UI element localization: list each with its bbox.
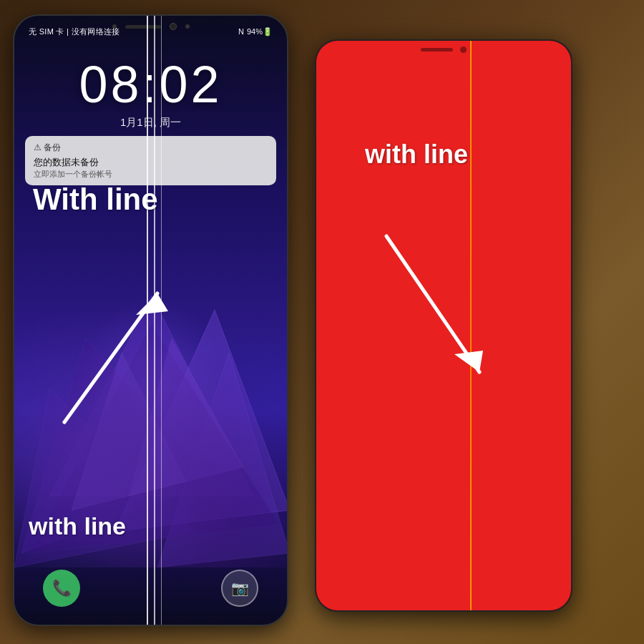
status-icons: N 94%🔋 [238, 27, 273, 36]
right-camera [460, 47, 467, 53]
svg-marker-11 [454, 351, 483, 372]
date-display: 1月1日, 周一 [14, 116, 287, 130]
bottom-bar-left: 📞 📷 [14, 570, 287, 607]
with-line-label-right: with line [365, 140, 468, 170]
camera-icon[interactable]: 📷 [221, 570, 258, 607]
nfc-icon: N [238, 27, 244, 36]
arrow-right-svg [365, 200, 508, 401]
battery-icon: 94%🔋 [247, 27, 273, 36]
svg-line-10 [386, 236, 479, 372]
with-line-label-bottom-left: with line [29, 512, 126, 540]
phone-icon[interactable]: 📞 [43, 570, 80, 607]
with-line-label-top: With line [33, 182, 158, 217]
time-display: 08:02 [14, 55, 287, 114]
notif-title: ⚠ 备份 [34, 142, 268, 154]
arrow-left-svg [43, 250, 200, 436]
notch-right [421, 47, 467, 53]
notification-banner: ⚠ 备份 您的数据未备份 立即添加一个备份帐号 [25, 136, 276, 185]
status-bar-left: 无 SIM 卡 | 没有网络连接 N 94%🔋 [29, 21, 273, 42]
status-carrier: 无 SIM 卡 | 没有网络连接 [29, 26, 119, 37]
right-speaker [421, 48, 453, 52]
notif-body: 您的数据未备份 [34, 156, 268, 169]
notif-sub: 立即添加一个备份帐号 [34, 169, 268, 180]
svg-marker-9 [136, 293, 168, 315]
